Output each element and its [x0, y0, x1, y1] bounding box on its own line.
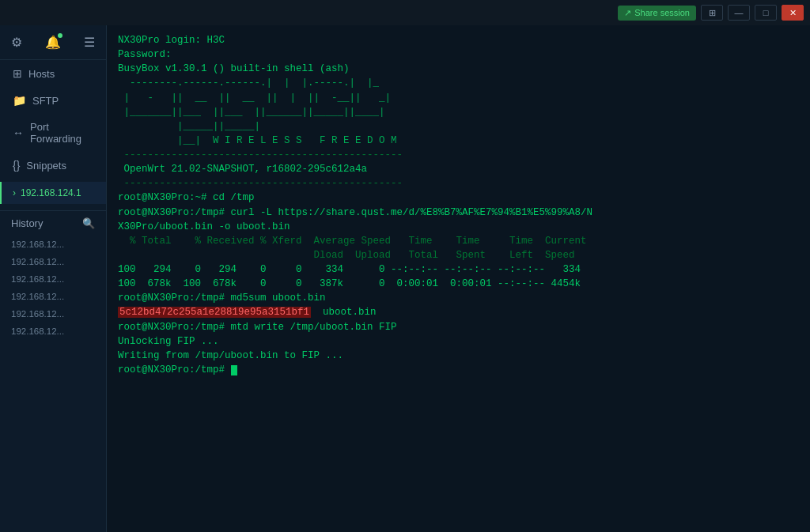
history-item[interactable]: 192.168.12...	[0, 288, 106, 305]
sidebar-history: History 🔍 192.168.12... 192.168.12... 19…	[0, 210, 106, 340]
history-search-icon[interactable]: 🔍	[82, 217, 95, 229]
maximize-button[interactable]: □	[755, 5, 777, 21]
snippets-label: Snippets	[26, 160, 66, 172]
sidebar: ⚙ 🔔 ☰ ⊞ Hosts 📁 SFTP ↔ Port Forwarding {…	[0, 25, 107, 532]
history-item[interactable]: 192.168.12...	[0, 236, 106, 253]
sidebar-nav: ⊞ Hosts 📁 SFTP ↔ Port Forwarding {} Snip…	[0, 60, 106, 179]
history-item[interactable]: 192.168.12...	[0, 323, 106, 340]
sftp-icon: 📁	[13, 94, 26, 107]
history-item[interactable]: 192.168.12...	[0, 305, 106, 323]
notification-icon[interactable]: 🔔	[45, 35, 61, 50]
history-item[interactable]: 192.168.12...	[0, 253, 106, 270]
active-session[interactable]: › 192.168.124.1	[0, 182, 106, 204]
hosts-icon: ⊞	[13, 67, 22, 80]
session-label: 192.168.124.1	[21, 187, 81, 198]
hosts-label: Hosts	[28, 68, 55, 80]
terminal-output: NX30Pro login: H3C Password: BusyBox v1.…	[107, 25, 810, 532]
menu-icon[interactable]: ☰	[84, 35, 95, 50]
sidebar-sessions: › 192.168.124.1	[0, 182, 106, 204]
grid-button[interactable]: ⊞	[701, 5, 723, 21]
terminal-area[interactable]: NX30Pro login: H3C Password: BusyBox v1.…	[107, 25, 810, 532]
share-icon: ↗	[624, 8, 631, 18]
minimize-button[interactable]: —	[728, 5, 750, 21]
sidebar-item-port-forwarding[interactable]: ↔ Port Forwarding	[0, 114, 106, 152]
sidebar-item-snippets[interactable]: {} Snippets	[0, 152, 106, 179]
sidebar-item-sftp[interactable]: 📁 SFTP	[0, 87, 106, 114]
history-label: History	[11, 217, 43, 229]
main-layout: ⚙ 🔔 ☰ ⊞ Hosts 📁 SFTP ↔ Port Forwarding {…	[0, 25, 810, 532]
close-button[interactable]: ✕	[782, 5, 804, 21]
sftp-label: SFTP	[32, 95, 59, 107]
settings-icon[interactable]: ⚙	[11, 35, 22, 50]
share-label: Share session	[634, 8, 690, 17]
snippets-icon: {}	[13, 159, 20, 172]
sidebar-top: ⚙ 🔔 ☰	[0, 25, 106, 60]
history-item[interactable]: 192.168.12...	[0, 270, 106, 288]
history-header: History 🔍	[0, 211, 106, 236]
share-session-button[interactable]: ↗ Share session	[618, 6, 696, 21]
titlebar: ↗ Share session ⊞ — □ ✕	[0, 0, 810, 25]
session-arrow: ›	[13, 187, 16, 198]
sidebar-item-hosts[interactable]: ⊞ Hosts	[0, 60, 106, 87]
port-forwarding-label: Port Forwarding	[30, 121, 95, 145]
port-forwarding-icon: ↔	[13, 126, 24, 139]
